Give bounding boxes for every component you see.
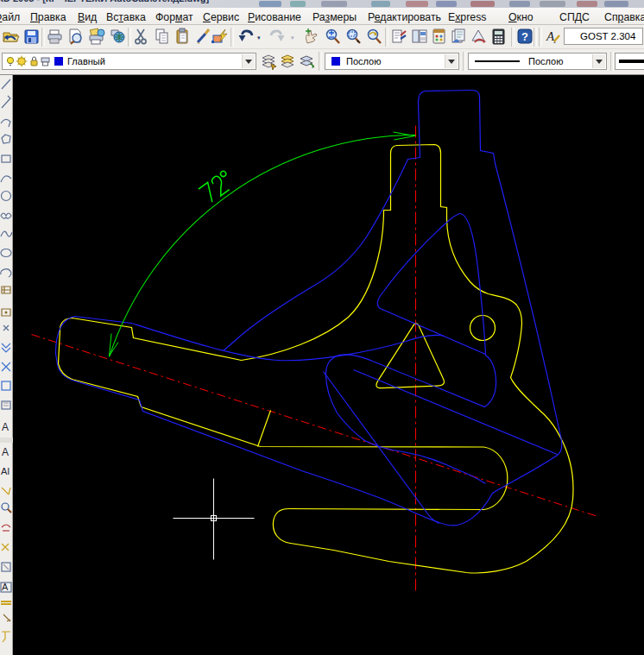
svg-text:A: A	[546, 29, 555, 43]
svg-text:A: A	[2, 446, 9, 458]
svg-text:A: A	[2, 582, 9, 592]
svg-text:A: A	[2, 421, 9, 433]
svg-text:?: ?	[521, 30, 528, 43]
svg-text:AI: AI	[1, 466, 9, 476]
